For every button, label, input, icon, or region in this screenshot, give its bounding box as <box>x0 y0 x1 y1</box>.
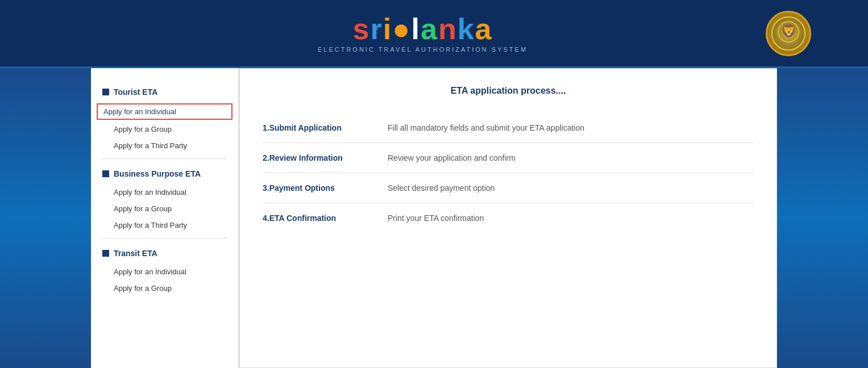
sidebar: Tourist ETA Apply for an Individual Appl… <box>91 68 239 368</box>
sidebar-item-tourist-group[interactable]: Apply for a Group <box>91 121 238 137</box>
main-content: ETA application process.... 1.Submit App… <box>239 68 777 368</box>
sidebar-divider-1 <box>102 158 227 159</box>
process-step-row: 3.Payment Options Select desired payment… <box>263 173 754 203</box>
sidebar-section-business-eta: Business Purpose ETA <box>91 164 238 184</box>
process-step-row: 2.Review Information Review your applica… <box>263 143 754 173</box>
svg-text:🦁: 🦁 <box>781 23 797 39</box>
main-area: Tourist ETA Apply for an Individual Appl… <box>0 68 868 368</box>
sidebar-item-tourist-third-party[interactable]: Apply for a Third Party <box>91 137 238 154</box>
sidebar-item-transit-individual[interactable]: Apply for an Individual <box>91 264 238 280</box>
logo-subtitle: ELECTRONIC TRAVEL AUTHORIZATION SYSTEM <box>318 46 528 53</box>
logo-text: sri●lanka <box>352 14 492 44</box>
content-container: Tourist ETA Apply for an Individual Appl… <box>91 68 777 368</box>
left-panel <box>0 68 91 368</box>
sidebar-item-business-individual[interactable]: Apply for an Individual <box>91 184 238 200</box>
process-step-label: 4.ETA Confirmation <box>263 203 388 233</box>
process-step-row: 1.Submit Application Fill all mandatory … <box>263 113 754 143</box>
right-panel <box>777 68 868 368</box>
site-header: sri●lanka ELECTRONIC TRAVEL AUTHORIZATIO… <box>0 0 868 68</box>
content-title: ETA application process.... <box>263 86 754 96</box>
sidebar-item-tourist-individual[interactable]: Apply for an Individual <box>97 103 232 120</box>
sidebar-section-transit-eta: Transit ETA <box>91 243 238 264</box>
process-step-label: 3.Payment Options <box>263 173 388 203</box>
process-table: 1.Submit Application Fill all mandatory … <box>263 113 754 233</box>
process-step-label: 2.Review Information <box>263 143 388 173</box>
sidebar-item-business-group[interactable]: Apply for a Group <box>91 200 238 217</box>
process-step-label: 1.Submit Application <box>263 113 388 143</box>
process-step-description: Fill all mandatory fields and submit you… <box>388 113 754 143</box>
sidebar-item-transit-group[interactable]: Apply for a Group <box>91 280 238 296</box>
process-step-description: Review your application and confirm <box>388 143 754 173</box>
process-step-description: Print your ETA confirmation <box>388 203 754 233</box>
sidebar-divider-2 <box>102 238 227 239</box>
sidebar-item-business-third-party[interactable]: Apply for a Third Party <box>91 217 238 233</box>
process-step-row: 4.ETA Confirmation Print your ETA confir… <box>263 203 754 233</box>
site-logo: sri●lanka ELECTRONIC TRAVEL AUTHORIZATIO… <box>318 14 528 53</box>
sidebar-section-tourist-eta: Tourist ETA <box>91 82 238 102</box>
government-emblem: 🦁 <box>766 11 811 56</box>
process-step-description: Select desired payment option <box>388 173 754 203</box>
